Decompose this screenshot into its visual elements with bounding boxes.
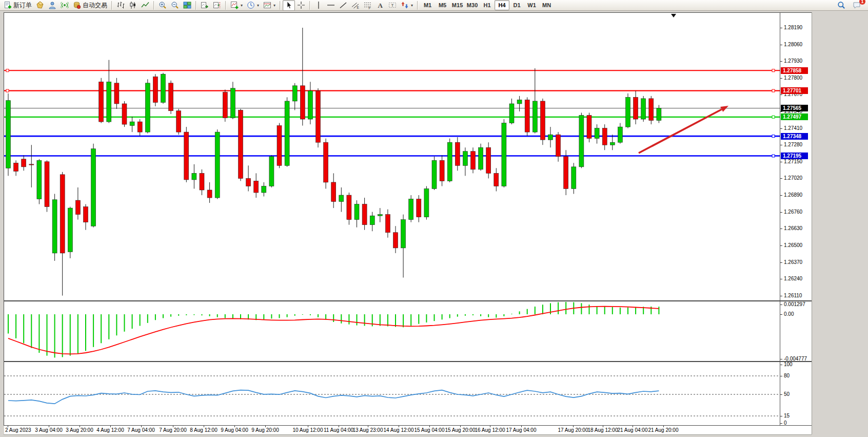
candle-body (84, 207, 88, 222)
chat-button[interactable]: 1 (851, 0, 863, 11)
macd-signal-line (8, 307, 659, 354)
rsi-panel[interactable] (4, 362, 780, 425)
candle-body (316, 91, 321, 142)
candle (494, 168, 499, 191)
line-handle[interactable] (772, 155, 775, 157)
rsi-top-border[interactable] (4, 362, 812, 362)
candle (14, 160, 18, 176)
timeframe-h4-button[interactable]: H4 (495, 0, 509, 10)
zoom-out-button[interactable] (169, 0, 181, 11)
line-handle[interactable] (772, 69, 775, 72)
price-axis-label: 1.28190 (784, 25, 802, 30)
search-button[interactable] (835, 0, 847, 11)
line-handle[interactable] (772, 89, 775, 92)
text-button[interactable]: A (374, 0, 386, 11)
macd-top-border[interactable] (4, 301, 812, 301)
candle (239, 109, 243, 181)
chevron-down-icon[interactable]: ▾ (411, 3, 413, 8)
time-axis-label: 8 Aug 12:00 (190, 427, 217, 433)
candle-body (540, 101, 545, 140)
axis-tickmark (780, 28, 782, 28)
candle-body (300, 86, 305, 119)
candle-body (424, 189, 429, 217)
chevron-down-icon[interactable]: ▾ (241, 3, 243, 8)
bar-chart-button[interactable] (114, 0, 127, 11)
price-axis-label: 1.28060 (784, 42, 802, 47)
profile-button[interactable] (46, 0, 58, 11)
crosshair-button[interactable] (295, 0, 307, 11)
chevron-down-icon[interactable]: ▾ (273, 3, 275, 8)
axis-tickmark (780, 314, 782, 315)
timeframe-d1-button[interactable]: D1 (509, 0, 524, 10)
axis-tickmark (780, 94, 782, 95)
periods-button[interactable]: ▾ (245, 0, 261, 11)
tile-windows-button[interactable] (181, 0, 193, 11)
fibonacci-button[interactable]: F (362, 0, 374, 11)
rsi-axis-label: 100 (784, 362, 793, 367)
candle-body (401, 220, 406, 248)
trendline-button[interactable] (337, 0, 349, 11)
timeframe-h1-button[interactable]: H1 (480, 0, 495, 10)
line-chart-button[interactable] (139, 0, 151, 11)
autotrading-button[interactable]: 自动交易 (71, 0, 109, 11)
candle (114, 78, 119, 109)
candle (571, 163, 576, 194)
auto-scroll-button[interactable] (199, 0, 211, 11)
timeframe-m15-button[interactable]: M15 (450, 0, 465, 10)
text-label-button[interactable]: T (386, 0, 399, 11)
toolbar-buttons: 新订单自动交易▾▾▾EFAT▾M1M5M15M30H1H4D1W1MN (2, 0, 835, 11)
candle (525, 97, 529, 136)
timeframe-m30-button[interactable]: M30 (465, 0, 480, 10)
candle (486, 142, 491, 178)
chart-shift-icon (213, 1, 221, 9)
main-chart-panel[interactable] (4, 13, 780, 300)
new-order-label: 新订单 (13, 1, 32, 10)
horizontal-line-button[interactable] (325, 0, 337, 11)
axis-tickmark (780, 45, 782, 45)
zoom-in-button[interactable] (156, 0, 169, 11)
timeframe-mn-button[interactable]: MN (539, 0, 554, 10)
price-axis-label: 1.27930 (784, 58, 802, 64)
price-axis-label: 1.27020 (784, 175, 802, 181)
axis-tickmark (780, 212, 782, 213)
line-handle[interactable] (772, 116, 775, 118)
line-handle[interactable] (6, 89, 9, 92)
chart-shift-button[interactable] (211, 0, 223, 11)
signal-icon (61, 1, 69, 9)
templates-button[interactable]: ▾ (261, 0, 278, 11)
timeframe-m5-button[interactable]: M5 (435, 0, 450, 10)
time-axis-label: 17 Aug 20:00 (558, 427, 588, 433)
candle-body (440, 160, 444, 181)
axis-tickmark (780, 229, 782, 229)
candle-body (230, 88, 235, 118)
candle-body (75, 200, 80, 215)
vertical-line-button[interactable] (312, 0, 325, 11)
price-tag-1.27858: 1.27858 (781, 67, 808, 74)
axis-tickmark (780, 296, 782, 296)
macd-panel[interactable] (4, 301, 780, 361)
line-handle[interactable] (772, 135, 775, 138)
arrows-button[interactable]: ▾ (399, 0, 415, 11)
indicators-button[interactable]: ▾ (228, 0, 245, 11)
axis-tickmark (780, 416, 782, 416)
signals-button[interactable] (58, 0, 71, 11)
timeframe-m1-button[interactable]: M1 (420, 0, 435, 10)
candle-body (409, 199, 413, 220)
time-axis-label: 3 Aug 04:00 (35, 427, 62, 433)
price-axis-label: 1.26240 (784, 276, 802, 281)
metaeditor-button[interactable] (34, 0, 46, 11)
cursor-button[interactable] (283, 0, 295, 11)
time-axis-label: 9 Aug 04:00 (221, 427, 248, 433)
price-axis-border (780, 12, 780, 426)
candle (75, 187, 80, 220)
new-order-button[interactable]: 新订单 (2, 0, 34, 11)
chevron-down-icon[interactable]: ▾ (257, 3, 259, 8)
candle (347, 193, 351, 225)
line-handle[interactable] (6, 69, 9, 72)
candle-chart-button[interactable] (127, 0, 139, 11)
scroll-marker-icon[interactable] (671, 14, 676, 17)
timeframe-w1-button[interactable]: W1 (524, 0, 539, 10)
candle (68, 207, 72, 258)
macd-chart (4, 301, 780, 361)
equidistant-channel-button[interactable]: E (349, 0, 362, 11)
